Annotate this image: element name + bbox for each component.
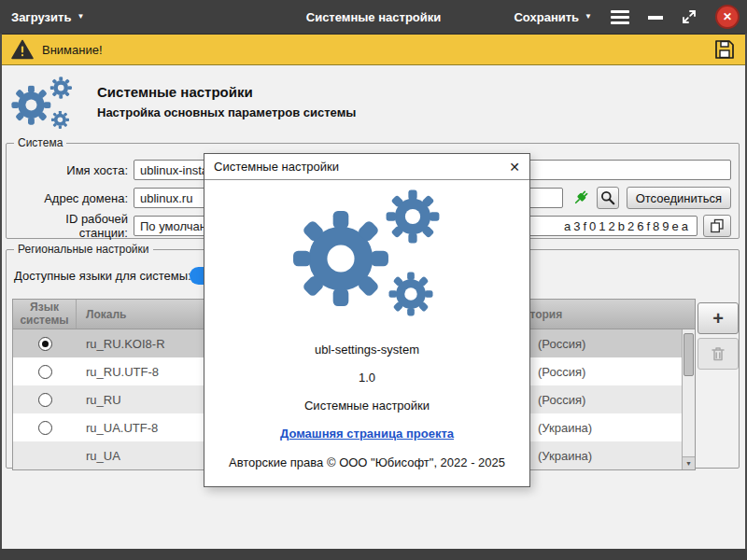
languages-label: Доступные языки для системы: [14,269,191,283]
regional-section-legend: Региональные настройки [14,243,153,256]
window-frame-left [0,34,2,560]
close-button[interactable]: ✕ [715,5,740,29]
floppy-icon [713,38,736,61]
dialog-description: Системные настройки [204,399,529,413]
warning-bar: Внимание! [0,34,747,65]
dialog-body: ubl-settings-system 1.0 Системные настро… [204,180,529,469]
dialog-gears-icon [292,189,442,325]
dialog-version: 1.0 [204,371,529,385]
app-window: Загрузить ▼ Системные настройки Сохранит… [0,0,747,560]
homepage-link[interactable]: Домашняя страница проекта [280,427,454,441]
system-language-radio[interactable] [38,337,52,351]
save-file-button[interactable] [713,38,736,61]
dialog-close-button[interactable]: ✕ [509,160,520,175]
window-bottom-bar [0,549,747,560]
hamburger-icon [611,10,629,13]
load-button-label: Загрузить [11,10,71,24]
dialog-app-name: ubl-settings-system [204,343,529,357]
dialog-titlebar: Системные настройки ✕ [204,154,529,180]
close-icon: ✕ [723,10,732,23]
about-dialog: Системные настройки ✕ ubl-settings-syste… [204,153,530,487]
menu-button[interactable] [611,8,629,26]
page-title: Системные настройки [97,84,253,100]
copy-icon [710,218,725,233]
table-scrollbar[interactable]: ▼ [682,329,695,469]
save-button-label: Сохранить [514,10,579,24]
hostname-label: Имя хоста: [14,163,128,177]
load-button[interactable]: Загрузить ▼ [11,10,84,24]
save-button[interactable]: Сохранить ▼ [514,10,592,24]
app-gears-icon [11,77,73,133]
delete-locale-button[interactable] [698,338,739,370]
dialog-copyright: Авторские права © ООО "Юбисофт", 2022 - … [204,455,529,469]
copy-button[interactable] [703,215,731,237]
system-language-radio[interactable] [38,421,52,435]
disconnect-button[interactable]: Отсоединиться [627,187,731,209]
search-button[interactable] [597,187,619,209]
titlebar: Загрузить ▼ Системные настройки Сохранит… [0,0,747,34]
scrollbar-down-button[interactable]: ▼ [683,456,695,469]
warning-text: Внимание! [42,43,103,57]
chevron-down-icon: ▼ [77,13,84,21]
minimize-button[interactable] [648,16,663,20]
expand-icon [682,9,697,24]
system-language-radio[interactable] [38,393,52,407]
workstation-id-label: ID рабочей станции: [14,212,128,240]
system-language-radio[interactable] [38,365,52,379]
warning-icon [11,39,34,60]
system-section-legend: Система [14,136,66,149]
hamburger-icon [611,21,629,24]
domain-label: Адрес домена: [14,191,128,205]
chevron-down-icon: ▼ [585,13,592,21]
scroll-down-icon: ▼ [685,460,692,467]
scrollbar-thumb[interactable] [684,333,694,376]
connection-status-icon [572,189,589,206]
add-locale-button[interactable]: + [698,302,739,334]
trash-icon [710,345,726,362]
hamburger-icon [611,16,629,19]
page-subtitle: Настройка основных параметров системы [97,105,356,119]
dialog-title: Системные настройки [214,160,339,174]
maximize-button[interactable] [682,9,697,24]
column-header-system-language[interactable]: Язык системы [13,300,77,329]
plus-icon: + [712,308,724,329]
search-icon [600,190,615,205]
disconnect-button-label: Отсоединиться [636,191,722,205]
